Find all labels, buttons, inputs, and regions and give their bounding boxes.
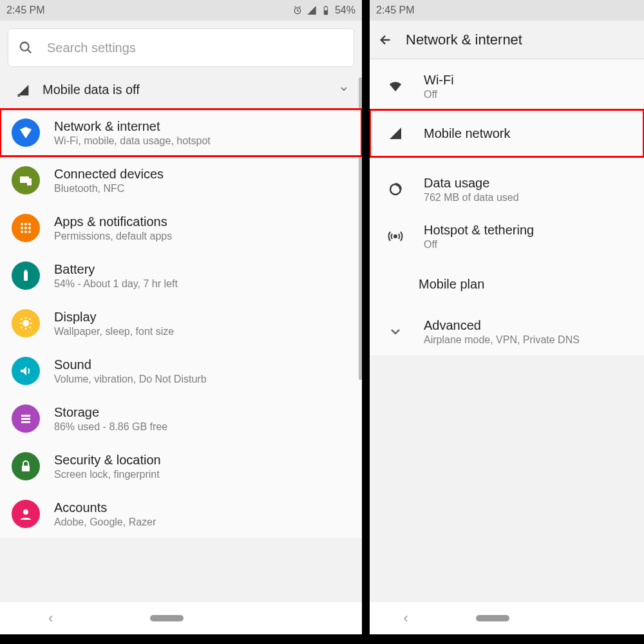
- row-subtitle: Permissions, default apps: [54, 231, 172, 242]
- row-connected-devices[interactable]: Connected devices Bluetooth, NFC: [0, 156, 362, 204]
- nav-bar: ‹: [0, 602, 362, 634]
- row-title: Apps & notifications: [54, 214, 172, 229]
- row-mobile-network[interactable]: Mobile network: [370, 109, 644, 157]
- battery-row-icon: [12, 261, 40, 290]
- svg-rect-6: [27, 178, 32, 185]
- nav-back-button[interactable]: ‹: [403, 610, 408, 627]
- battery-icon: [321, 5, 331, 15]
- row-subtitle: Bluetooth, NFC: [54, 183, 164, 194]
- search-icon: [19, 41, 33, 55]
- settings-screen: 2:45 PM 54% Mobile data is off: [0, 0, 362, 634]
- wifi-shield-icon: [12, 118, 40, 147]
- signal-icon: [307, 5, 317, 15]
- row-title: Accounts: [54, 500, 156, 515]
- search-input[interactable]: [47, 41, 343, 55]
- data-usage-icon: [381, 175, 410, 204]
- battery-percent: 54%: [335, 5, 355, 16]
- mobile-data-chip[interactable]: Mobile data is off: [0, 75, 362, 109]
- row-title: Advanced: [424, 318, 580, 333]
- row-subtitle: Adobe, Google, Razer: [54, 516, 156, 528]
- row-subtitle: Wi-Fi, mobile, data usage, hotspot: [54, 135, 211, 147]
- row-mobile-plan[interactable]: Mobile plan: [370, 260, 644, 308]
- volume-icon: [12, 357, 40, 385]
- row-battery[interactable]: Battery 54% - About 1 day, 7 hr left: [0, 252, 362, 299]
- status-bar: 2:45 PM: [370, 0, 644, 21]
- clock: 2:45 PM: [6, 5, 45, 16]
- nav-back-button[interactable]: ‹: [48, 610, 53, 627]
- svg-rect-2: [324, 10, 327, 15]
- network-internet-screen: 2:45 PM Network & internet Wi-Fi Off Mob…: [370, 0, 644, 634]
- nav-home-pill[interactable]: [150, 615, 184, 621]
- svg-point-10: [21, 227, 23, 229]
- svg-rect-3: [325, 6, 327, 6]
- row-subtitle: Off: [424, 89, 454, 100]
- svg-point-9: [28, 223, 31, 225]
- lock-icon: [12, 452, 40, 480]
- row-title: Sound: [54, 357, 207, 372]
- row-subtitle: Airplane mode, VPN, Private DNS: [424, 334, 580, 346]
- row-subtitle: 762 MB of data used: [424, 192, 519, 204]
- row-subtitle: Off: [424, 239, 534, 251]
- svg-point-11: [24, 227, 27, 229]
- row-hotspot-tethering[interactable]: Hotspot & tethering Off: [370, 213, 644, 260]
- row-storage[interactable]: Storage 86% used - 8.86 GB free: [0, 395, 362, 442]
- svg-rect-21: [21, 421, 30, 423]
- row-data-usage[interactable]: Data usage 762 MB of data used: [370, 157, 644, 213]
- svg-point-7: [21, 223, 23, 225]
- row-title: Battery: [54, 262, 178, 277]
- chip-label: Mobile data is off: [43, 82, 326, 97]
- row-network-internet[interactable]: Network & internet Wi-Fi, mobile, data u…: [0, 109, 362, 156]
- row-advanced[interactable]: Advanced Airplane mode, VPN, Private DNS: [370, 308, 644, 355]
- row-wifi[interactable]: Wi-Fi Off: [370, 59, 644, 109]
- row-title: Mobile network: [424, 126, 511, 141]
- nav-bar: ‹: [370, 602, 644, 634]
- chevron-down-icon: [339, 84, 349, 97]
- svg-rect-17: [25, 270, 27, 271]
- storage-icon: [12, 404, 40, 433]
- brightness-icon: [12, 309, 40, 337]
- alarm-icon: [292, 5, 303, 15]
- wifi-icon: [381, 72, 410, 100]
- row-subtitle: 54% - About 1 day, 7 hr left: [54, 278, 178, 290]
- svg-point-14: [24, 231, 27, 233]
- devices-icon: [12, 166, 40, 194]
- svg-rect-22: [22, 466, 30, 471]
- row-title: Connected devices: [54, 167, 164, 182]
- row-subtitle: Screen lock, fingerprint: [54, 469, 161, 480]
- search-container: [0, 21, 362, 75]
- screen-header: Network & internet: [370, 21, 644, 59]
- screen-divider: [362, 0, 370, 634]
- row-apps-notifications[interactable]: Apps & notifications Permissions, defaul…: [0, 204, 362, 252]
- svg-point-12: [28, 227, 31, 229]
- svg-point-23: [23, 509, 28, 515]
- row-subtitle: Volume, vibration, Do Not Disturb: [54, 374, 207, 385]
- nav-home-pill[interactable]: [476, 615, 509, 621]
- back-arrow-icon[interactable]: [379, 33, 393, 47]
- person-icon: [12, 500, 40, 528]
- row-accounts[interactable]: Accounts Adobe, Google, Razer: [0, 490, 362, 538]
- svg-rect-16: [24, 271, 28, 281]
- row-title: Hotspot & tethering: [424, 223, 534, 238]
- svg-rect-20: [21, 418, 30, 420]
- svg-point-15: [28, 231, 31, 233]
- svg-point-4: [21, 43, 29, 51]
- row-subtitle: 86% used - 8.86 GB free: [54, 421, 167, 433]
- svg-point-18: [23, 320, 29, 327]
- svg-point-8: [24, 223, 27, 225]
- row-title: Network & internet: [54, 119, 211, 134]
- row-security-location[interactable]: Security & location Screen lock, fingerp…: [0, 442, 362, 490]
- row-subtitle: Wallpaper, sleep, font size: [54, 326, 174, 337]
- signal-off-icon: [17, 84, 30, 97]
- chevron-down-icon: [381, 317, 410, 346]
- page-title: Network & internet: [406, 32, 522, 48]
- row-display[interactable]: Display Wallpaper, sleep, font size: [0, 299, 362, 347]
- svg-rect-19: [21, 415, 30, 417]
- row-sound[interactable]: Sound Volume, vibration, Do Not Disturb: [0, 347, 362, 395]
- status-bar: 2:45 PM 54%: [0, 0, 362, 21]
- cellular-icon: [381, 119, 410, 147]
- search-box[interactable]: [8, 28, 354, 67]
- row-title: Display: [54, 310, 174, 325]
- settings-list: Network & internet Wi-Fi, mobile, data u…: [0, 109, 362, 538]
- network-list: Wi-Fi Off Mobile network Data usage 762 …: [370, 59, 644, 355]
- row-title: Data usage: [424, 176, 519, 191]
